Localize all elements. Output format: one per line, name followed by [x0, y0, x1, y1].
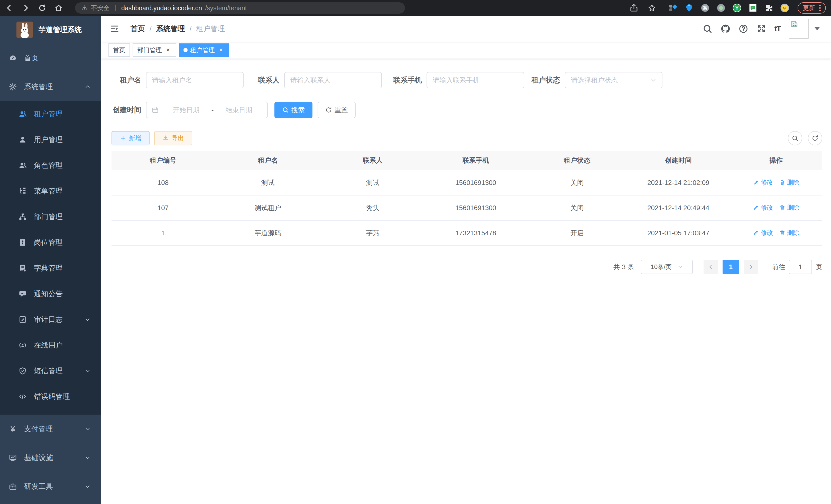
refresh-table-button[interactable] — [808, 131, 822, 145]
sidebar-item-post[interactable]: 岗位管理 — [0, 230, 101, 255]
cell-id: 108 — [112, 170, 214, 195]
tag-home[interactable]: 首页 — [109, 43, 130, 57]
browser-home-icon[interactable] — [55, 4, 63, 12]
contact-label: 联系人 — [256, 75, 280, 85]
sidebar-item-role[interactable]: 角色管理 — [0, 153, 101, 178]
pagination-total: 共 3 条 — [613, 263, 634, 271]
tag-close-icon[interactable]: × — [165, 47, 172, 54]
search-button[interactable]: 搜索 — [275, 102, 312, 118]
cell-status: 关闭 — [527, 195, 627, 220]
create-time-range-picker[interactable]: 开始日期 - 结束日期 — [146, 102, 268, 118]
column-header: 联系手机 — [424, 151, 527, 170]
avatar-dropdown-caret-icon[interactable] — [814, 27, 820, 30]
mobile-input[interactable]: 请输入联系手机 — [427, 72, 524, 88]
sidebar-item-infra[interactable]: 基础设施 — [0, 443, 101, 472]
breadcrumb-system[interactable]: 系统管理 — [156, 24, 185, 34]
contact-input[interactable]: 请输入联系人 — [284, 72, 382, 88]
browser-menu-dots-icon[interactable] — [819, 5, 821, 11]
sidebar-item-audit-log[interactable]: 审计日志 — [0, 307, 101, 332]
breadcrumb: 首页 / 系统管理 / 租户管理 — [131, 24, 225, 34]
sidebar-logo: 芋道管理系统 — [0, 16, 101, 44]
extension-kite-icon[interactable] — [685, 3, 694, 12]
page-size-select[interactable]: 10条/页 — [641, 260, 693, 274]
search-icon[interactable] — [703, 24, 712, 34]
chevron-down-icon — [85, 455, 90, 461]
tree-icon — [19, 187, 27, 195]
sidebar-item-dev-tool[interactable]: 研发工具 — [0, 472, 101, 501]
tenant-name-input[interactable]: 请输入租户名 — [146, 72, 243, 88]
font-size-icon[interactable]: tT — [774, 25, 781, 33]
sidebar-item-error-code[interactable]: 错误码管理 — [0, 384, 101, 410]
browser-back-icon[interactable] — [5, 4, 13, 12]
extension-y-icon[interactable]: Y — [732, 3, 742, 12]
monitor-icon — [9, 454, 17, 462]
address-bar[interactable]: 不安全 dashboard.yudao.iocoder.cn/system/te… — [75, 2, 405, 13]
people-icon — [19, 161, 27, 170]
fullscreen-icon[interactable] — [756, 24, 766, 34]
page-number-button[interactable]: 1 — [722, 260, 739, 274]
refresh-icon — [812, 135, 819, 142]
delete-link[interactable]: 删除 — [779, 178, 799, 186]
sidebar-item-user[interactable]: 用户管理 — [0, 127, 101, 153]
toggle-search-button[interactable] — [788, 131, 802, 145]
sidebar-item-online-user[interactable]: 在线用户 — [0, 332, 101, 358]
sidebar-item-dept[interactable]: 部门管理 — [0, 204, 101, 230]
browser-update-chip[interactable]: 更新 — [798, 2, 826, 13]
tag-close-icon[interactable]: × — [218, 47, 225, 54]
next-page-button[interactable] — [744, 260, 758, 274]
delete-link[interactable]: 删除 — [779, 203, 799, 212]
cell-status: 开启 — [527, 220, 627, 245]
extension-diamond-icon[interactable] — [668, 3, 678, 12]
svg-text:⌘: ⌘ — [703, 5, 708, 11]
extensions-puzzle-icon[interactable] — [764, 3, 773, 12]
sidebar-item-notice[interactable]: 通知公告 — [0, 281, 101, 307]
edit-link[interactable]: 修改 — [753, 203, 773, 212]
chevron-down-icon — [651, 77, 656, 83]
profile-avatar-emoji[interactable] — [780, 3, 790, 12]
help-icon[interactable] — [739, 24, 748, 34]
sidebar: 芋道管理系统 首页系统管理租户管理用户管理角色管理菜单管理部门管理岗位管理字典管… — [0, 16, 101, 504]
download-icon — [163, 135, 169, 142]
tag-tenant[interactable]: 租户管理× — [179, 43, 229, 57]
share-icon[interactable] — [630, 4, 638, 12]
cell-contact: 测试 — [321, 170, 424, 195]
chevron-up-icon — [85, 84, 90, 90]
edit-link[interactable]: 修改 — [753, 178, 773, 186]
status-select[interactable]: 请选择租户状态 — [565, 72, 662, 88]
delete-link[interactable]: 删除 — [779, 229, 799, 237]
edit-pencil-icon — [753, 179, 759, 185]
table-toolbar: 新增 导出 — [112, 131, 822, 145]
cell-actions: 修改删除 — [730, 195, 822, 220]
reset-button[interactable]: 重置 — [318, 102, 355, 118]
tag-dept[interactable]: 部门管理× — [133, 43, 176, 57]
sidebar-toggle-hamburger-icon[interactable] — [110, 24, 119, 33]
sidebar-item-tenant[interactable]: 租户管理 — [0, 101, 101, 127]
add-button[interactable]: 新增 — [112, 131, 149, 145]
extension-command-icon[interactable]: ⌘ — [700, 3, 710, 12]
extension-chat-icon[interactable] — [748, 3, 757, 12]
github-icon[interactable] — [720, 24, 730, 34]
sidebar-item-dict[interactable]: 字典管理 — [0, 255, 101, 281]
cell-id: 107 — [112, 195, 214, 220]
cell-tenant: 测试 — [214, 170, 321, 195]
sidebar-item-sms[interactable]: 短信管理 — [0, 358, 101, 384]
goto-page-input[interactable]: 1 — [789, 260, 812, 274]
prev-page-button[interactable] — [704, 260, 718, 274]
user-avatar[interactable] — [789, 19, 809, 39]
sidebar-item-label: 错误码管理 — [34, 392, 70, 402]
trash-icon — [779, 230, 785, 236]
sidebar-item-label: 用户管理 — [34, 135, 63, 145]
browser-forward-icon[interactable] — [22, 4, 30, 12]
extension-record-icon[interactable] — [716, 3, 726, 12]
sidebar-item-system[interactable]: 系统管理 — [0, 72, 101, 101]
cell-mobile: 17321315478 — [424, 220, 527, 245]
export-button[interactable]: 导出 — [154, 131, 192, 145]
sidebar-item-home[interactable]: 首页 — [0, 44, 101, 72]
sidebar-item-menu[interactable]: 菜单管理 — [0, 178, 101, 204]
browser-reload-icon[interactable] — [38, 4, 46, 12]
breadcrumb-home[interactable]: 首页 — [131, 24, 145, 34]
bookmark-star-icon[interactable] — [648, 4, 656, 12]
sidebar-item-pay[interactable]: 支付管理 — [0, 415, 101, 443]
tags-view-bar: 首页部门管理×租户管理× — [101, 41, 831, 59]
edit-link[interactable]: 修改 — [753, 229, 773, 237]
